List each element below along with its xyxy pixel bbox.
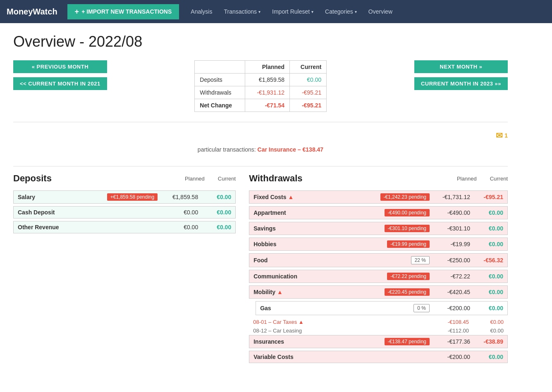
w-fixed-costs-badge: -€1,242.23 pending <box>380 193 430 201</box>
envelope-icon: ✉ <box>496 131 503 140</box>
main-columns: Deposits Planned Current Salary +€1,859.… <box>13 173 508 366</box>
w-food-badge: 22 % <box>411 256 430 264</box>
w-food-name: Food <box>253 257 411 264</box>
current-month-2021-button[interactable]: << CURRENT MONTH IN 2021 <box>13 77 107 90</box>
page-title: Overview - 2022/08 <box>13 33 508 50</box>
deposit-salary-planned: €1,859.58 <box>161 194 198 200</box>
nav-transactions[interactable]: Transactions▾ <box>219 5 265 18</box>
detail-car-taxes: 08-01 – Car Taxes ▲ -€108.45 €0.00 <box>249 318 508 326</box>
particular-transactions: particular transactions: Car Insurance –… <box>13 144 508 159</box>
w-variable-costs-planned: -€200.00 <box>433 354 470 360</box>
w-variable-costs-name: Variable Costs <box>253 354 433 360</box>
w-insurances-current: -€38.89 <box>470 338 503 345</box>
w-communication-name: Communication <box>253 273 387 280</box>
deposit-row-other[interactable]: Other Revenue €0.00 €0.00 <box>13 221 236 233</box>
detail-car-taxes-planned: -€108.45 <box>432 319 469 325</box>
w-savings-name: Savings <box>253 225 384 232</box>
w-appartment-current: €0.00 <box>470 209 503 216</box>
summary-withdrawals-planned: -€1,931.12 <box>245 86 290 99</box>
w-row-appartment[interactable]: Appartment -€490.00 pending -€490.00 €0.… <box>249 206 508 219</box>
w-row-fixed-costs[interactable]: Fixed Costs ▲ -€1,242.23 pending -€1,731… <box>249 190 508 204</box>
chevron-down-icon: ▾ <box>355 10 357 14</box>
chevron-down-icon: ▾ <box>258 10 260 14</box>
current-month-2023-button[interactable]: CURRENT MONTH IN 2023 »» <box>414 77 508 90</box>
deposit-cash-current: €0.00 <box>198 209 231 216</box>
withdrawals-section: Withdrawals Planned Current Fixed Costs … <box>249 173 508 366</box>
envelope-badge[interactable]: ✉ 1 <box>496 131 508 140</box>
w-mobility-name: Mobility ▲ <box>253 289 384 295</box>
import-transactions-button[interactable]: + + IMPORT NEW TRANSACTIONS <box>67 4 179 19</box>
prev-month-button[interactable]: « PREVIOUS MONTH <box>13 60 107 73</box>
withdrawals-planned-header: Planned <box>457 176 477 182</box>
app-logo: MoneyWatch <box>7 7 57 17</box>
summary-table: Planned Current Deposits €1,859.58 €0.00… <box>194 60 327 112</box>
deposits-planned-header: Planned <box>185 176 205 182</box>
summary-col-planned: Planned <box>245 61 290 74</box>
nav-analysis[interactable]: Analysis <box>186 5 217 18</box>
detail-car-leasing-current: €0.00 <box>471 328 504 334</box>
w-row-communication[interactable]: Communication -€72.22 pending -€72.22 €0… <box>249 270 508 283</box>
divider-1 <box>13 122 508 122</box>
nav-import-ruleset[interactable]: Import Ruleset▾ <box>267 5 318 18</box>
w-hobbies-planned: -€19.99 <box>433 241 470 247</box>
detail-car-leasing-name: 08-12 – Car Leasing <box>253 328 430 334</box>
navbar: MoneyWatch + + IMPORT NEW TRANSACTIONS A… <box>0 0 552 23</box>
deposits-current-header: Current <box>218 176 236 182</box>
w-savings-planned: -€301.10 <box>433 225 470 232</box>
w-fixed-costs-name: Fixed Costs ▲ <box>253 194 380 200</box>
w-fixed-costs-current: -€95.21 <box>470 194 503 200</box>
notification-count: 1 <box>504 132 508 139</box>
w-row-gas[interactable]: Gas 0 % -€200.00 €0.00 <box>256 301 508 315</box>
summary-withdrawals-current: -€95.21 <box>290 86 327 99</box>
nav-categories[interactable]: Categories▾ <box>320 5 362 18</box>
detail-car-taxes-name: 08-01 – Car Taxes ▲ <box>253 319 430 325</box>
nav-links: Analysis Transactions▾ Import Ruleset▾ C… <box>186 5 397 18</box>
nav-right: NEXT MONTH » CURRENT MONTH IN 2023 »» <box>414 60 508 90</box>
w-row-mobility[interactable]: Mobility ▲ -€220.45 pending -€420.45 €0.… <box>249 285 508 299</box>
detail-car-leasing-planned: -€112.00 <box>432 328 469 334</box>
deposit-row-salary[interactable]: Salary +€1,859.58 pending €1,859.58 €0.0… <box>13 190 236 204</box>
w-row-hobbies[interactable]: Hobbies -€19.99 pending -€19.99 €0.00 <box>249 238 508 251</box>
deposits-title: Deposits <box>13 173 52 184</box>
w-gas-badge: 0 % <box>413 304 430 312</box>
particular-label: particular transactions: <box>198 146 256 153</box>
detail-car-taxes-current: €0.00 <box>471 319 504 325</box>
summary-netchange-current: -€95.21 <box>290 99 327 112</box>
deposits-header: Deposits Planned Current <box>13 173 236 185</box>
nav-left: « PREVIOUS MONTH << CURRENT MONTH IN 202… <box>13 60 107 90</box>
w-row-insurances[interactable]: Insurances -€138.47 pending -€177.36 -€3… <box>249 335 508 348</box>
w-row-food[interactable]: Food 22 % -€250.00 -€56.32 <box>249 253 508 267</box>
w-row-variable-costs[interactable]: Variable Costs -€200.00 €0.00 <box>249 351 508 363</box>
summary-netchange-label: Net Change <box>195 99 245 112</box>
summary-col-current: Current <box>290 61 327 74</box>
summary-row-withdrawals: Withdrawals -€1,931.12 -€95.21 <box>195 86 327 99</box>
w-savings-badge: -€301.10 pending <box>385 225 430 232</box>
deposit-salary-badge: +€1,859.58 pending <box>107 193 158 201</box>
deposit-other-planned: €0.00 <box>161 224 198 230</box>
deposits-section: Deposits Planned Current Salary +€1,859.… <box>13 173 236 236</box>
nav-overview[interactable]: Overview <box>363 5 397 18</box>
deposit-row-cash[interactable]: Cash Deposit €0.00 €0.00 <box>13 206 236 219</box>
deposit-salary-current: €0.00 <box>198 194 231 200</box>
summary-col-label <box>195 61 245 74</box>
w-appartment-planned: -€490.00 <box>433 209 470 216</box>
w-row-savings[interactable]: Savings -€301.10 pending -€301.10 €0.00 <box>249 222 508 235</box>
withdrawals-title: Withdrawals <box>249 173 302 184</box>
deposits-col-headers: Planned Current <box>185 176 236 182</box>
deposit-salary-name: Salary <box>18 194 107 200</box>
warning-icon: ▲ <box>288 194 294 200</box>
w-communication-badge: -€72.22 pending <box>387 273 430 280</box>
summary-row-deposits: Deposits €1,859.58 €0.00 <box>195 74 327 86</box>
w-gas-name: Gas <box>260 305 413 311</box>
w-appartment-badge: -€490.00 pending <box>385 209 430 216</box>
w-hobbies-name: Hobbies <box>253 241 387 247</box>
deposit-cash-name: Cash Deposit <box>18 209 161 216</box>
notification-row: ✉ 1 <box>13 129 508 144</box>
summary-table-wrap: Planned Current Deposits €1,859.58 €0.00… <box>194 60 327 112</box>
summary-deposits-label: Deposits <box>195 74 245 86</box>
w-hobbies-current: €0.00 <box>470 241 503 247</box>
w-communication-planned: -€72.22 <box>433 273 470 280</box>
divider-2 <box>13 166 508 166</box>
next-month-button[interactable]: NEXT MONTH » <box>414 60 508 73</box>
particular-link[interactable]: Car Insurance – €138.47 <box>258 146 324 153</box>
